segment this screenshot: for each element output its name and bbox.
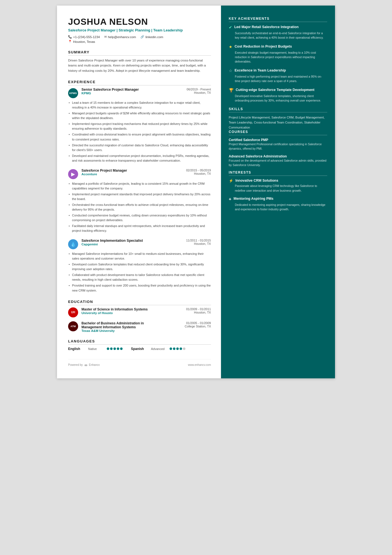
achievement-item-0: ✔ Led Major Retail Salesforce Integratio… — [229, 25, 327, 40]
edu-item-tamu: ATM Bachelor of Business Administration … — [68, 321, 211, 332]
exp-date-capgemini: 11/2011 - 01/2015 — [186, 239, 211, 242]
exp-bullet: Facilitated daily internal standups and … — [68, 224, 211, 233]
summary-section: SUMMARY Driven Salesforce Project Manage… — [68, 50, 211, 73]
email-icon: ✉ — [104, 35, 107, 39]
exp-title-row-kpmg: Senior Salesforce Project Manager KPMG 0… — [81, 88, 211, 95]
exp-bullets-capgemini: Managed Salesforce implementations for 1… — [68, 251, 211, 293]
candidate-name: JOSHUA NELSON — [68, 17, 211, 27]
resume-header: JOSHUA NELSON Salesforce Project Manager… — [68, 17, 211, 43]
education-section: EDUCATION UH Master of Science in Inform… — [68, 300, 211, 332]
course-title-0: Certified Salesforce PMP — [229, 138, 327, 142]
linkedin-item: 🔗 linkedin.com — [140, 35, 163, 39]
dot — [176, 347, 179, 350]
dot — [110, 347, 113, 350]
lightning-icon: ⚡ — [229, 179, 233, 183]
exp-bullets-accenture: Managed a portfolio of Salesforce projec… — [68, 181, 211, 233]
exp-job-title-accenture: Salesforce Project Manager — [81, 169, 127, 172]
star-filled-icon: ★ — [229, 45, 232, 49]
languages-section: LANGUAGES English Native Spanish Advanc — [68, 339, 211, 351]
plus-icon: + — [229, 197, 231, 202]
candidate-title: Salesforce Project Manager | Strategic P… — [68, 28, 211, 32]
exp-title-row-accenture: Salesforce Project Manager Accenture 02/… — [81, 169, 211, 176]
checkmark-icon: ✔ — [229, 25, 232, 29]
achievement-header-2: ☆ Excellence in Team Leadership — [229, 68, 327, 73]
exp-date-accenture: 02/2015 - 05/2019 — [186, 169, 211, 172]
skills-text: Project Lifecycle Management, Salesforce… — [229, 115, 327, 130]
achievement-desc-2: Fostered a high-performing project team … — [235, 74, 327, 83]
interest-title-0: Innovative CRM Solutions — [235, 179, 278, 182]
brand-name: Enhancv — [89, 363, 100, 366]
location-row: 📍 Houston, Texas — [68, 40, 211, 43]
achievement-desc-1: Executed strategic budget management, le… — [235, 50, 327, 64]
phone-icon: 📞 — [68, 35, 72, 39]
exp-item-capgemini: 💧 Salesforce Implementation Specialist C… — [68, 239, 211, 293]
course-title-1: Advanced Salesforce Administration — [229, 154, 327, 158]
edu-item-uh: UH Master of Science in Information Syst… — [68, 307, 211, 317]
exp-location-capgemini: Houston, TX — [186, 242, 211, 245]
course-item-1: Advanced Salesforce Administration Focus… — [229, 154, 327, 167]
exp-item-accenture: ▶ Salesforce Project Manager Accenture 0… — [68, 169, 211, 233]
lang-level-english: Native — [88, 347, 103, 351]
education-title: EDUCATION — [68, 300, 211, 305]
exp-job-title-capgemini: Salesforce Implementation Specialist — [81, 239, 143, 243]
summary-text: Driven Salesforce Project Manager with o… — [68, 58, 211, 73]
experience-title: EXPERIENCE — [68, 80, 211, 85]
achievement-item-1: ★ Cost Reduction in Project Budgets Exec… — [229, 44, 327, 64]
tamu-logo: ATM — [68, 321, 78, 331]
lang-dots-spanish — [170, 347, 185, 350]
link-icon: 🔗 — [140, 35, 144, 39]
edu-degree-tamu: Bachelor of Business Administration in M… — [81, 321, 159, 329]
dot — [183, 347, 185, 350]
key-achievements-title: KEY ACHIEVEMENTS — [229, 17, 327, 22]
interest-desc-0: Passionate about leveraging CRM technolo… — [235, 184, 327, 193]
contact-info: 📞 +1-(234)-555-1234 ✉ help@enhancv.com 🔗… — [68, 35, 211, 39]
exp-bullet: Managed a portfolio of Salesforce projec… — [68, 181, 211, 191]
course-desc-0: Project Management Professional certific… — [229, 142, 327, 151]
dot — [120, 347, 123, 350]
lang-item-english: English Native — [68, 347, 123, 351]
footer-left: Powered by ∞ Enhancv — [68, 363, 100, 367]
exp-bullet: Implemented rigorous project tracking me… — [68, 122, 211, 131]
achievement-desc-0: Successfully orchestrated an end-to-end … — [235, 31, 327, 40]
course-item-0: Certified Salesforce PMP Project Managem… — [229, 138, 327, 151]
uh-logo: UH — [68, 307, 78, 317]
phone-number: +1-(234)-555-1234 — [73, 35, 100, 39]
exp-bullet: Coordinated with cross-divisional leader… — [68, 132, 211, 142]
accenture-logo: ▶ — [68, 169, 78, 179]
edu-school-tamu: Texas A&M University — [81, 329, 159, 332]
linkedin-url: linkedin.com — [145, 35, 163, 39]
resume-footer: Powered by ∞ Enhancv www.enhancv.com — [68, 359, 211, 367]
edu-school-uh: University of Housto — [81, 311, 148, 315]
course-desc-1: Focused on the development of advanced S… — [229, 158, 327, 167]
lang-item-spanish: Spanish Advanced — [131, 347, 185, 351]
edu-content-uh: Master of Science in Information Systems… — [81, 307, 211, 315]
lang-name-spanish: Spanish — [131, 347, 148, 351]
achievement-title-0: Led Major Retail Salesforce Integration — [234, 25, 299, 30]
achievement-title-3: Cutting-edge Salesforce Template Develop… — [236, 88, 314, 93]
exp-bullet: Lead a team of 15 members to deliver a c… — [68, 100, 211, 110]
edu-degree-uh: Master of Science in Information Systems — [81, 307, 148, 311]
exp-title-left-kpmg: Senior Salesforce Project Manager KPMG — [81, 88, 139, 95]
exp-bullet: Directed the successful migration of cus… — [68, 143, 211, 152]
kpmg-logo: KPMG — [68, 88, 78, 98]
summary-title: SUMMARY — [68, 50, 211, 56]
exp-bullet: Implemented project management standards… — [68, 192, 211, 201]
exp-bullet: Developed custom Salesforce templates th… — [68, 262, 211, 272]
exp-bullet: Managed Salesforce implementations for 1… — [68, 251, 211, 261]
achievement-item-2: ☆ Excellence in Team Leadership Fostered… — [229, 68, 327, 83]
achievement-title-1: Cost Reduction in Project Budgets — [235, 44, 292, 49]
skills-section: SKILLS Project Lifecycle Management, Sal… — [229, 107, 327, 130]
email-address: help@enhancv.com — [108, 35, 136, 39]
dot — [113, 347, 116, 350]
email-item: ✉ help@enhancv.com — [104, 35, 136, 39]
resume-container: JOSHUA NELSON Salesforce Project Manager… — [57, 6, 335, 378]
edu-location-tamu: College Station, TX — [185, 325, 211, 328]
location-item: 📍 Houston, Texas — [68, 40, 95, 43]
interest-item-1: + Mentoring Aspiring PMs Dedicated to me… — [229, 197, 327, 212]
exp-header-accenture: ▶ Salesforce Project Manager Accenture 0… — [68, 169, 211, 179]
exp-bullet: Collaborated with product development te… — [68, 273, 211, 282]
exp-title-left-accenture: Salesforce Project Manager Accenture — [81, 169, 127, 176]
exp-location-accenture: Houston, TX — [186, 172, 211, 175]
exp-location-kpmg: Houston, TX — [187, 91, 211, 94]
trophy-icon: 🏆 — [229, 88, 234, 92]
